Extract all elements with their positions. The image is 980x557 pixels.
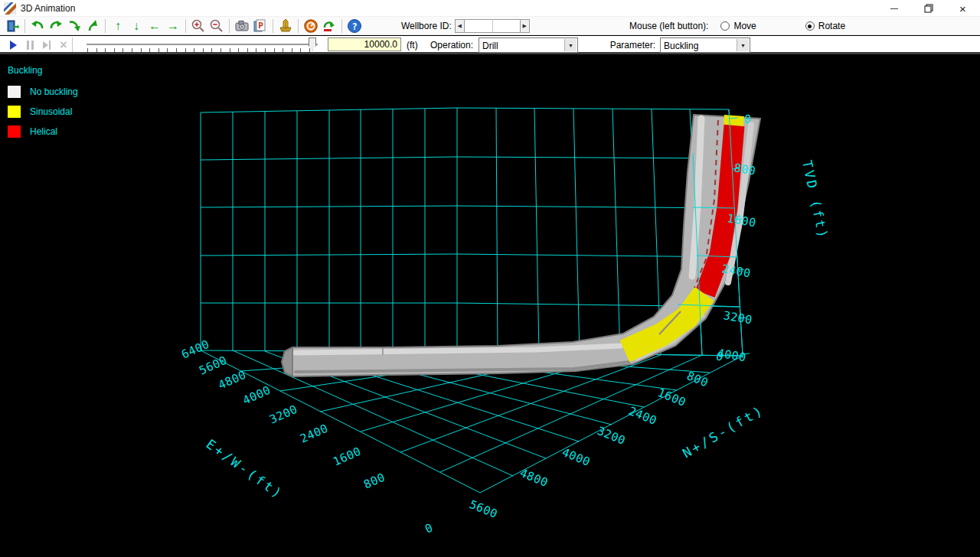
ns-axis-title: N+/S-(ft) bbox=[680, 402, 766, 461]
snapshot-button[interactable] bbox=[233, 18, 251, 34]
rotate-left-button[interactable] bbox=[28, 18, 47, 34]
zoom-out-button[interactable] bbox=[207, 18, 226, 34]
mouse-mode-label: Mouse (left button): bbox=[629, 21, 708, 31]
toolbar-separator bbox=[105, 19, 106, 33]
pan-right-button[interactable]: → bbox=[164, 18, 182, 34]
no-buckling-swatch bbox=[8, 86, 21, 98]
play-icon bbox=[10, 41, 17, 50]
rotate-right-icon bbox=[48, 18, 64, 34]
svg-text:1600: 1600 bbox=[331, 445, 363, 469]
3d-viewport[interactable]: Buckling No buckling Sinusoidal Helical bbox=[0, 54, 980, 557]
title-bar: 3D Animation × bbox=[0, 0, 980, 17]
stop-button[interactable]: × bbox=[57, 38, 70, 52]
wellbore-next-button[interactable]: ▶ bbox=[520, 19, 530, 33]
wellbore-3d-plot: 0 800 1600 2400 3200 4000 0 800 1600 240… bbox=[0, 54, 980, 557]
pause-button[interactable] bbox=[23, 38, 37, 52]
svg-text:5600: 5600 bbox=[468, 497, 500, 521]
tvd-axis-title: TVD (ft) bbox=[799, 159, 831, 242]
radio-dot-icon bbox=[808, 24, 812, 28]
exit-button[interactable] bbox=[3, 18, 21, 34]
legend-item-label: Sinusoidal bbox=[30, 106, 72, 117]
svg-text:3200: 3200 bbox=[596, 424, 628, 448]
wellbore-id-label: Wellbore ID: bbox=[401, 21, 452, 31]
rotate-right-button[interactable] bbox=[47, 18, 65, 34]
zoom-in-icon bbox=[191, 18, 206, 34]
rotate-back-icon bbox=[85, 18, 100, 34]
rotate-forward-button[interactable] bbox=[65, 18, 83, 34]
zoom-in-button[interactable] bbox=[189, 18, 207, 34]
step-button[interactable] bbox=[40, 38, 54, 52]
camera-icon bbox=[234, 18, 250, 34]
mouse-move-radio[interactable]: Move bbox=[720, 21, 756, 31]
mouse-rotate-label: Rotate bbox=[818, 21, 845, 31]
depth-input[interactable] bbox=[328, 37, 401, 51]
depth-slider-track[interactable] bbox=[87, 44, 318, 45]
operation-label: Operation: bbox=[429, 40, 473, 50]
depth-unit-label: (ft) bbox=[407, 40, 418, 50]
pan-down-button[interactable]: ↓ bbox=[127, 18, 145, 34]
drill-bit-button[interactable] bbox=[276, 18, 295, 34]
help-button[interactable]: ? bbox=[345, 18, 364, 34]
pan-left-icon: ← bbox=[149, 20, 161, 32]
dropdown-arrow-icon[interactable]: ▼ bbox=[737, 39, 749, 51]
legend-item-label: Helical bbox=[30, 126, 57, 137]
radio-circle-icon bbox=[805, 21, 815, 31]
svg-text:3200: 3200 bbox=[722, 308, 753, 327]
rotate-back-button[interactable] bbox=[83, 18, 102, 34]
spinner-right-icon: ▶ bbox=[523, 23, 527, 29]
toolbar-separator bbox=[229, 19, 230, 33]
speed-dial-icon bbox=[303, 18, 318, 34]
toolbar-separator bbox=[341, 19, 342, 33]
close-icon: × bbox=[959, 3, 966, 15]
surface-sinusoidal-segment bbox=[733, 116, 734, 125]
toolbar-separator bbox=[298, 19, 299, 33]
mouse-rotate-radio[interactable]: Rotate bbox=[805, 21, 845, 31]
step-icon bbox=[43, 41, 51, 50]
dropdown-arrow-icon[interactable]: ▼ bbox=[564, 39, 577, 51]
buckling-legend: Buckling No buckling Sinusoidal Helical bbox=[8, 65, 78, 145]
toolbar-separator bbox=[185, 19, 186, 33]
svg-text:800: 800 bbox=[685, 369, 710, 389]
reset-button[interactable] bbox=[320, 18, 338, 34]
wellbore-id-field-1[interactable] bbox=[465, 19, 492, 33]
svg-text:6400: 6400 bbox=[179, 337, 211, 362]
close-button[interactable]: × bbox=[946, 0, 980, 17]
depth-slider-ticks bbox=[87, 48, 317, 52]
window-title: 3D Animation bbox=[21, 3, 75, 14]
rotate-forward-icon bbox=[67, 18, 82, 34]
reset-icon bbox=[322, 18, 337, 34]
pan-up-icon: ↑ bbox=[115, 20, 121, 32]
rotate-left-icon bbox=[30, 18, 45, 34]
zoom-out-icon bbox=[209, 18, 224, 34]
maximize-button[interactable] bbox=[911, 0, 946, 17]
help-icon: ? bbox=[347, 18, 362, 34]
helical-swatch bbox=[8, 125, 21, 138]
pipe-body bbox=[282, 115, 760, 376]
wellbore-id-field-2[interactable] bbox=[492, 19, 520, 33]
app-window: { "window": { "title": "3D Animation" },… bbox=[0, 0, 980, 557]
wellbore-id-group: Wellbore ID: ◀ ▶ bbox=[401, 18, 530, 34]
legend-item-label: No buckling bbox=[30, 86, 78, 97]
pan-down-icon: ↓ bbox=[133, 20, 139, 32]
copy-to-powerpoint-button[interactable]: P bbox=[251, 18, 270, 34]
svg-text:2400: 2400 bbox=[298, 422, 330, 446]
minimize-icon bbox=[890, 8, 898, 9]
mouse-move-label: Move bbox=[733, 21, 756, 31]
operation-dropdown[interactable]: Drill ▼ bbox=[479, 37, 578, 53]
svg-text:4000: 4000 bbox=[240, 383, 273, 408]
minimize-button[interactable] bbox=[877, 0, 911, 17]
play-button[interactable] bbox=[6, 38, 20, 52]
pan-up-button[interactable]: ↑ bbox=[109, 18, 127, 34]
animation-speed-button[interactable] bbox=[302, 18, 320, 34]
legend-item: Sinusoidal bbox=[8, 105, 78, 118]
wellbore-prev-button[interactable]: ◀ bbox=[455, 19, 465, 33]
pan-left-button[interactable]: ← bbox=[145, 18, 164, 34]
pause-icon bbox=[27, 41, 34, 50]
build-sinusoidal-segment bbox=[625, 294, 704, 351]
powerpoint-letter: P bbox=[258, 21, 263, 31]
legend-item: No buckling bbox=[8, 85, 78, 98]
svg-text:4800: 4800 bbox=[518, 466, 550, 490]
sinusoidal-swatch bbox=[8, 106, 21, 118]
parameter-dropdown[interactable]: Buckling ▼ bbox=[660, 37, 750, 53]
parameter-value: Buckling bbox=[664, 41, 698, 51]
